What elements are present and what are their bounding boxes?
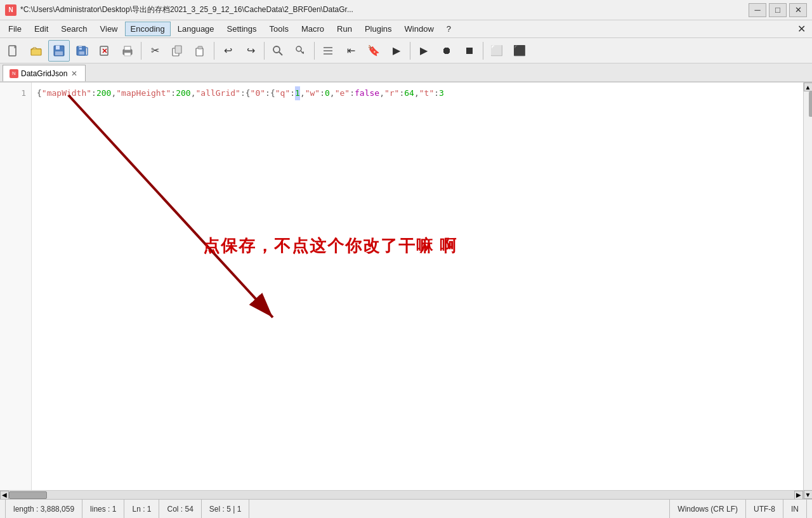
- sep2: [214, 42, 214, 60]
- svg-rect-4: [55, 51, 63, 55]
- macro-run-button[interactable]: ▶: [413, 40, 435, 62]
- editor-area: 1 {"mapWidth":200,"mapHeight":200,"allGr…: [0, 83, 812, 499]
- close-file-button[interactable]: [94, 40, 115, 62]
- status-lines: lines : 1: [82, 500, 124, 518]
- save-all-button[interactable]: [71, 40, 93, 62]
- menu-window[interactable]: Window: [399, 22, 440, 36]
- tab-label: DataGridJson: [21, 69, 67, 78]
- minimize-button[interactable]: ─: [749, 3, 766, 17]
- code-key5: "q": [275, 86, 290, 100]
- scroll-right-button[interactable]: ▶: [794, 491, 803, 500]
- menu-tools[interactable]: Tools: [264, 22, 294, 36]
- record-button[interactable]: ⏺: [436, 40, 457, 62]
- undo-button[interactable]: ↩: [217, 40, 239, 62]
- extra-btn2[interactable]: ⬛: [509, 40, 530, 62]
- code-key8: "r": [384, 86, 399, 100]
- sep5: [410, 42, 410, 60]
- menu-search[interactable]: Search: [55, 22, 93, 36]
- code-val5: 1: [295, 86, 300, 100]
- status-encoding: UTF-8: [746, 500, 783, 518]
- close-button[interactable]: ✕: [789, 3, 807, 17]
- indent-button[interactable]: [317, 40, 339, 62]
- status-eol: Windows (CR LF): [669, 500, 746, 518]
- menu-language[interactable]: Language: [172, 22, 220, 36]
- code-key2: "mapHeight": [116, 86, 171, 100]
- sep1: [141, 42, 141, 60]
- status-ln: Ln : 1: [124, 500, 159, 518]
- print-button[interactable]: [117, 40, 138, 62]
- scroll-left-button[interactable]: ◀: [0, 491, 9, 500]
- menu-edit[interactable]: Edit: [29, 22, 54, 36]
- stop-button[interactable]: ⏹: [459, 40, 480, 62]
- code-val1: 200: [96, 86, 111, 100]
- menu-encoding[interactable]: Encoding: [125, 22, 171, 36]
- tab-bar: N DataGridJson ✕: [0, 63, 812, 83]
- scroll-thumb[interactable]: [809, 91, 813, 117]
- code-val2: 200: [176, 86, 190, 100]
- horizontal-scrollbar[interactable]: ◀ ▶: [0, 490, 803, 499]
- open-button[interactable]: [25, 40, 47, 62]
- redo-button[interactable]: ↪: [240, 40, 261, 62]
- svg-point-21: [296, 46, 301, 51]
- scroll-thumb-horizontal[interactable]: [9, 491, 47, 499]
- code-val7: false: [355, 86, 379, 100]
- tab-datagridjson[interactable]: N DataGridJson ✕: [3, 65, 86, 81]
- toolbar: ✂ ↩ ↪ ⇤ 🔖 ▶ ▶ ⏺ ⏹ ⬜ ⬛: [0, 38, 812, 63]
- menu-plugins[interactable]: Plugins: [359, 22, 398, 36]
- title-bar: N *C:\Users\Administrator\Desktop\导出的存档2…: [0, 0, 812, 20]
- status-length: length : 3,888,059: [5, 500, 82, 518]
- status-ins: IN: [783, 500, 807, 518]
- code-key1: "mapWidth": [42, 86, 91, 100]
- tab-file-icon: N: [10, 69, 18, 78]
- code-area[interactable]: {"mapWidth":200,"mapHeight":200,"allGrid…: [32, 83, 803, 499]
- scroll-up-button[interactable]: ▲: [804, 83, 813, 91]
- code-key4: "0": [251, 86, 265, 100]
- copy-button[interactable]: [167, 40, 188, 62]
- find-button[interactable]: [267, 40, 289, 62]
- title-text: *C:\Users\Administrator\Desktop\导出的存档202…: [20, 4, 353, 15]
- svg-rect-17: [196, 48, 203, 56]
- menu-view[interactable]: View: [95, 22, 124, 36]
- menu-file[interactable]: File: [3, 22, 27, 36]
- status-sel: Sel : 5 | 1: [202, 500, 249, 518]
- maximize-button[interactable]: □: [769, 3, 787, 17]
- replace-button[interactable]: [290, 40, 311, 62]
- menu-right-close[interactable]: ✕: [794, 23, 809, 35]
- menu-macro[interactable]: Macro: [296, 22, 330, 36]
- new-file-button[interactable]: [3, 40, 24, 62]
- paste-button[interactable]: [190, 40, 211, 62]
- scroll-down-button[interactable]: ▼: [804, 490, 813, 499]
- code-key7: "e": [335, 86, 350, 100]
- tab-close-button[interactable]: ✕: [70, 69, 79, 78]
- right-scrollbar[interactable]: ▲ ▼: [803, 83, 812, 499]
- code-key3: "allGrid": [195, 86, 240, 100]
- svg-rect-13: [124, 46, 131, 50]
- status-bar: length : 3,888,059 lines : 1 Ln : 1 Col …: [0, 499, 812, 518]
- title-bar-left: N *C:\Users\Administrator\Desktop\导出的存档2…: [5, 4, 353, 16]
- menu-run[interactable]: Run: [331, 22, 358, 36]
- menu-settings[interactable]: Settings: [221, 22, 263, 36]
- code-brace-open: {: [37, 86, 42, 100]
- code-line-1: {"mapWidth":200,"mapHeight":200,"allGrid…: [37, 86, 798, 100]
- save-button[interactable]: [48, 40, 70, 62]
- outdent-button[interactable]: ⇤: [340, 40, 362, 62]
- svg-point-19: [273, 46, 280, 53]
- cut-button[interactable]: ✂: [144, 40, 166, 62]
- svg-rect-1: [31, 49, 41, 55]
- line-number-1: 1: [0, 86, 26, 100]
- code-val8: 64: [404, 86, 414, 100]
- svg-line-20: [279, 52, 282, 55]
- run-button[interactable]: ▶: [386, 40, 407, 62]
- menu-bar: File Edit Search View Encoding Language …: [0, 20, 812, 38]
- title-controls: ─ □ ✕: [749, 3, 807, 17]
- code-val9: 3: [439, 86, 444, 100]
- code-val6: 0: [325, 86, 330, 100]
- status-col: Col : 54: [159, 500, 201, 518]
- scroll-track-horizontal: [9, 491, 794, 500]
- svg-rect-16: [175, 46, 181, 53]
- menu-help[interactable]: ?: [441, 22, 457, 36]
- code-key6: "w": [305, 86, 320, 100]
- extra-btn1[interactable]: ⬜: [486, 40, 508, 62]
- sep4: [314, 42, 315, 60]
- bookmark-button[interactable]: 🔖: [363, 40, 384, 62]
